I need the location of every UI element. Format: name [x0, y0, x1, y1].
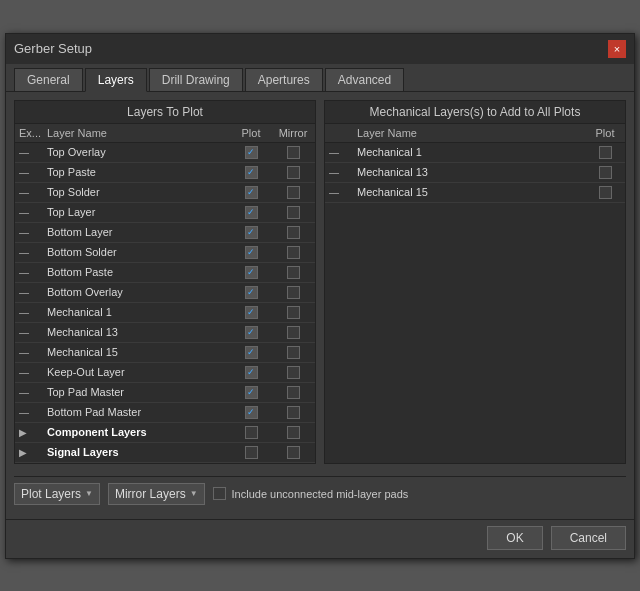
- col-header-plot: Plot: [231, 124, 271, 142]
- mirror-checkbox[interactable]: [287, 366, 300, 379]
- layer-name: Mechanical 13: [43, 323, 231, 341]
- plot-cell: [231, 306, 271, 319]
- tab-drill-drawing[interactable]: Drill Drawing: [149, 68, 243, 91]
- plot-checkbox[interactable]: [245, 386, 258, 399]
- layer-name: Component Layers: [43, 423, 231, 441]
- left-panel-title: Layers To Plot: [15, 101, 315, 124]
- table-row: —Mechanical 13: [325, 163, 625, 183]
- plot-cell: [231, 206, 271, 219]
- cancel-button[interactable]: Cancel: [551, 526, 626, 550]
- left-layer-list: —Top Overlay—Top Paste—Top Solder—Top La…: [15, 143, 315, 463]
- plot-cell: [231, 326, 271, 339]
- mirror-cell: [271, 306, 315, 319]
- layer-ex: —: [15, 264, 43, 281]
- plot-cell: [585, 186, 625, 199]
- right-panel-title: Mechanical Layers(s) to Add to All Plots: [325, 101, 625, 124]
- plot-layers-button[interactable]: Plot Layers ▼: [14, 483, 100, 505]
- layer-ex: —: [325, 184, 353, 201]
- include-checkbox[interactable]: [213, 487, 226, 500]
- plot-checkbox[interactable]: [245, 326, 258, 339]
- plot-checkbox[interactable]: [599, 166, 612, 179]
- table-row: —Mechanical 1: [325, 143, 625, 163]
- mirror-checkbox[interactable]: [287, 426, 300, 439]
- plot-cell: [231, 266, 271, 279]
- plot-checkbox[interactable]: [245, 306, 258, 319]
- plot-checkbox[interactable]: [599, 186, 612, 199]
- mirror-cell: [271, 206, 315, 219]
- mirror-checkbox[interactable]: [287, 346, 300, 359]
- plot-checkbox[interactable]: [245, 406, 258, 419]
- layer-name: Keep-Out Layer: [43, 363, 231, 381]
- layer-name: Top Paste: [43, 163, 231, 181]
- mirror-checkbox[interactable]: [287, 246, 300, 259]
- table-row: —Mechanical 15: [15, 343, 315, 363]
- table-row: ▶Signal Layers: [15, 443, 315, 463]
- plot-layers-arrow-icon: ▼: [85, 489, 93, 498]
- plot-checkbox[interactable]: [245, 346, 258, 359]
- tab-apertures[interactable]: Apertures: [245, 68, 323, 91]
- plot-checkbox[interactable]: [245, 286, 258, 299]
- layer-name: Top Pad Master: [43, 383, 231, 401]
- mirror-layers-button[interactable]: Mirror Layers ▼: [108, 483, 205, 505]
- layer-ex: —: [15, 164, 43, 181]
- plot-checkbox[interactable]: [599, 146, 612, 159]
- layer-name: Top Solder: [43, 183, 231, 201]
- bottom-bar: Plot Layers ▼ Mirror Layers ▼ Include un…: [14, 476, 626, 511]
- tab-advanced[interactable]: Advanced: [325, 68, 404, 91]
- plot-cell: [231, 406, 271, 419]
- plot-cell: [231, 346, 271, 359]
- plot-checkbox[interactable]: [245, 246, 258, 259]
- layer-ex: —: [15, 364, 43, 381]
- plot-checkbox[interactable]: [245, 206, 258, 219]
- layer-name: Top Overlay: [43, 143, 231, 161]
- table-row: —Top Pad Master: [15, 383, 315, 403]
- mirror-checkbox[interactable]: [287, 226, 300, 239]
- mirror-checkbox[interactable]: [287, 326, 300, 339]
- tab-layers[interactable]: Layers: [85, 68, 147, 92]
- mirror-checkbox[interactable]: [287, 406, 300, 419]
- plot-cell: [231, 446, 271, 459]
- plot-cell: [585, 146, 625, 159]
- include-label: Include unconnected mid-layer pads: [232, 488, 409, 500]
- tab-general[interactable]: General: [14, 68, 83, 91]
- plot-cell: [231, 246, 271, 259]
- mirror-cell: [271, 246, 315, 259]
- table-row: —Keep-Out Layer: [15, 363, 315, 383]
- plot-checkbox[interactable]: [245, 146, 258, 159]
- mirror-checkbox[interactable]: [287, 306, 300, 319]
- mirror-checkbox[interactable]: [287, 266, 300, 279]
- table-row: —Top Paste: [15, 163, 315, 183]
- plot-cell: [231, 426, 271, 439]
- plot-checkbox[interactable]: [245, 186, 258, 199]
- mirror-checkbox[interactable]: [287, 166, 300, 179]
- plot-checkbox[interactable]: [245, 446, 258, 459]
- table-row: —Top Solder: [15, 183, 315, 203]
- col-header-ex: Ex...: [15, 124, 43, 142]
- layer-ex: —: [15, 144, 43, 161]
- plot-checkbox[interactable]: [245, 226, 258, 239]
- mirror-checkbox[interactable]: [287, 286, 300, 299]
- layer-name: Bottom Pad Master: [43, 403, 231, 421]
- mirror-checkbox[interactable]: [287, 386, 300, 399]
- plot-checkbox[interactable]: [245, 166, 258, 179]
- plot-checkbox[interactable]: [245, 426, 258, 439]
- mirror-checkbox[interactable]: [287, 206, 300, 219]
- plot-checkbox[interactable]: [245, 366, 258, 379]
- layer-name: Mechanical 15: [43, 343, 231, 361]
- table-row: —Bottom Paste: [15, 263, 315, 283]
- layer-ex: —: [15, 304, 43, 321]
- mirror-checkbox[interactable]: [287, 446, 300, 459]
- mirror-checkbox[interactable]: [287, 186, 300, 199]
- layer-ex: —: [15, 244, 43, 261]
- plot-cell: [231, 186, 271, 199]
- close-button[interactable]: ×: [608, 40, 626, 58]
- mirror-checkbox[interactable]: [287, 146, 300, 159]
- mirror-layers-label: Mirror Layers: [115, 487, 186, 501]
- plot-checkbox[interactable]: [245, 266, 258, 279]
- mirror-cell: [271, 446, 315, 459]
- ok-button[interactable]: OK: [487, 526, 542, 550]
- mirror-cell: [271, 386, 315, 399]
- layer-name: Mechanical 15: [353, 183, 585, 201]
- mirror-cell: [271, 166, 315, 179]
- plot-cell: [231, 226, 271, 239]
